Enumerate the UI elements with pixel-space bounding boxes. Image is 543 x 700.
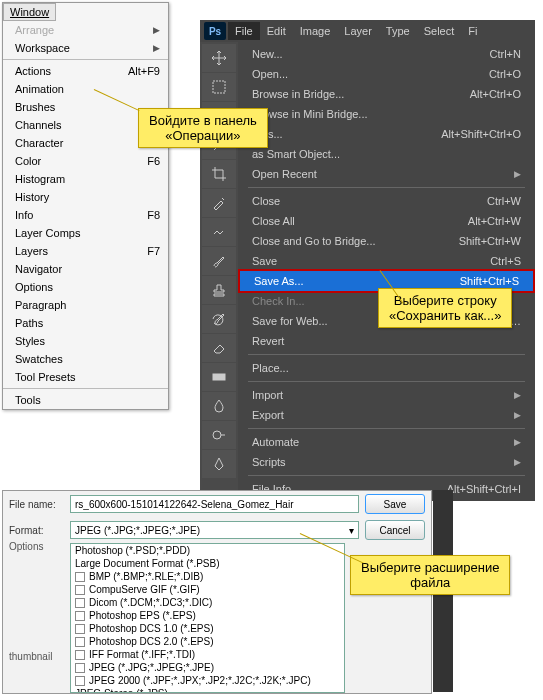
marquee-tool-icon[interactable] bbox=[202, 73, 236, 101]
file-menu-item[interactable]: Browse in Mini Bridge... bbox=[238, 104, 535, 124]
eyedropper-tool-icon[interactable] bbox=[202, 189, 236, 217]
options-label: Options bbox=[9, 541, 43, 552]
window-menu-item[interactable]: Workspace▶ bbox=[3, 39, 168, 57]
ps-menubar: Ps FileEditImageLayerTypeSelectFi bbox=[200, 20, 535, 42]
chevron-down-icon: ▾ bbox=[349, 525, 354, 536]
cancel-button[interactable]: Cancel bbox=[365, 520, 425, 540]
format-list-item[interactable]: IFF Format (*.IFF;*.TDI) bbox=[71, 648, 344, 661]
ps-menubar-item[interactable]: File bbox=[228, 22, 260, 40]
file-menu-item[interactable]: Close AllAlt+Ctrl+W bbox=[238, 211, 535, 231]
crop-tool-icon[interactable] bbox=[202, 160, 236, 188]
history-brush-tool-icon[interactable] bbox=[202, 305, 236, 333]
svg-rect-1 bbox=[213, 374, 225, 380]
heal-tool-icon[interactable] bbox=[202, 218, 236, 246]
format-list-item[interactable]: Photoshop DCS 1.0 (*.EPS) bbox=[71, 622, 344, 635]
file-menu-item[interactable]: Open...Ctrl+O bbox=[238, 64, 535, 84]
save-button[interactable]: Save bbox=[365, 494, 425, 514]
svg-rect-0 bbox=[213, 81, 225, 93]
window-menu-item[interactable]: ColorF6 bbox=[3, 152, 168, 170]
blur-tool-icon[interactable] bbox=[202, 392, 236, 420]
format-list-item[interactable]: BMP (*.BMP;*.RLE;*.DIB) bbox=[71, 570, 344, 583]
format-list-item[interactable]: Photoshop DCS 2.0 (*.EPS) bbox=[71, 635, 344, 648]
window-menu-item[interactable]: Paths bbox=[3, 314, 168, 332]
format-list-item[interactable]: JPEG Stereo (*.JPS) bbox=[71, 687, 344, 693]
dodge-tool-icon[interactable] bbox=[202, 421, 236, 449]
thumbnail-label: thumbnail bbox=[9, 651, 52, 662]
file-menu-item[interactable]: Revert bbox=[238, 331, 535, 351]
callout-saveas: Выберите строку«Сохранить как...» bbox=[378, 288, 512, 328]
callout-format: Выберите расширениефайла bbox=[350, 555, 510, 595]
format-list-item[interactable]: Photoshop (*.PSD;*.PDD) bbox=[71, 544, 344, 557]
eraser-tool-icon[interactable] bbox=[202, 334, 236, 362]
file-name-label: File name: bbox=[9, 499, 64, 510]
format-list-item[interactable]: JPEG 2000 (*.JPF;*.JPX;*.JP2;*.J2C;*.J2K… bbox=[71, 674, 344, 687]
file-menu-item[interactable]: CloseCtrl+W bbox=[238, 191, 535, 211]
stamp-tool-icon[interactable] bbox=[202, 276, 236, 304]
window-menu-item[interactable]: Animation bbox=[3, 80, 168, 98]
file-menu-dropdown: New...Ctrl+NOpen...Ctrl+OBrowse in Bridg… bbox=[238, 42, 535, 501]
callout-actions: Войдите в панель«Операции» bbox=[138, 108, 268, 148]
file-menu-item[interactable]: Export▶ bbox=[238, 405, 535, 425]
window-menu-item[interactable]: Tool Presets bbox=[3, 368, 168, 386]
ps-menubar-item[interactable]: Edit bbox=[260, 22, 293, 40]
file-menu-item[interactable]: Browse in Bridge...Alt+Ctrl+O bbox=[238, 84, 535, 104]
window-menu-item[interactable]: LayersF7 bbox=[3, 242, 168, 260]
format-list-item[interactable]: Photoshop EPS (*.EPS) bbox=[71, 609, 344, 622]
window-menu-panel: Window Arrange▶Workspace▶ActionsAlt+F9An… bbox=[2, 2, 169, 410]
window-menu-item[interactable]: Navigator bbox=[3, 260, 168, 278]
gradient-tool-icon[interactable] bbox=[202, 363, 236, 391]
window-menu-item[interactable]: Tools bbox=[3, 391, 168, 409]
format-list-item[interactable]: Large Document Format (*.PSB) bbox=[71, 557, 344, 570]
ps-menubar-item[interactable]: Type bbox=[379, 22, 417, 40]
window-menu-item[interactable]: Paragraph bbox=[3, 296, 168, 314]
file-menu-item[interactable]: as Smart Object... bbox=[238, 144, 535, 164]
file-menu-item[interactable]: SaveCtrl+S bbox=[238, 251, 535, 271]
file-menu-item[interactable]: New...Ctrl+N bbox=[238, 44, 535, 64]
format-list-item[interactable]: CompuServe GIF (*.GIF) bbox=[71, 583, 344, 596]
pen-tool-icon[interactable] bbox=[202, 450, 236, 478]
brush-tool-icon[interactable] bbox=[202, 247, 236, 275]
window-menu-item[interactable]: InfoF8 bbox=[3, 206, 168, 224]
format-label: Format: bbox=[9, 525, 64, 536]
ps-menubar-item[interactable]: Image bbox=[293, 22, 338, 40]
format-list-item[interactable]: JPEG (*.JPG;*.JPEG;*.JPE) bbox=[71, 661, 344, 674]
file-menu-item[interactable]: Automate▶ bbox=[238, 432, 535, 452]
file-menu-item[interactable]: Close and Go to Bridge...Shift+Ctrl+W bbox=[238, 231, 535, 251]
window-menu-item[interactable]: Styles bbox=[3, 332, 168, 350]
move-tool-icon[interactable] bbox=[202, 44, 236, 72]
ps-menubar-item[interactable]: Layer bbox=[337, 22, 379, 40]
file-menu-item[interactable]: Place... bbox=[238, 358, 535, 378]
ps-menubar-item[interactable]: Fi bbox=[461, 22, 484, 40]
file-menu-item[interactable]: Scripts▶ bbox=[238, 452, 535, 472]
window-menu-item: Arrange▶ bbox=[3, 21, 168, 39]
window-menu-item[interactable]: ActionsAlt+F9 bbox=[3, 62, 168, 80]
window-menu-item[interactable]: Options bbox=[3, 278, 168, 296]
window-menu-item[interactable]: Layer Comps bbox=[3, 224, 168, 242]
format-combo[interactable]: JPEG (*.JPG;*.JPEG;*.JPE) ▾ bbox=[70, 521, 359, 539]
ps-menubar-item[interactable]: Select bbox=[417, 22, 462, 40]
file-menu-item[interactable]: Import▶ bbox=[238, 385, 535, 405]
svg-point-2 bbox=[213, 431, 221, 439]
file-menu-item[interactable]: Open Recent▶ bbox=[238, 164, 535, 184]
format-dropdown-list[interactable]: Photoshop (*.PSD;*.PDD)Large Document Fo… bbox=[70, 543, 345, 693]
photoshop-window: Ps FileEditImageLayerTypeSelectFi New...… bbox=[200, 20, 535, 501]
file-name-input[interactable] bbox=[70, 495, 359, 513]
window-menu-item[interactable]: Histogram bbox=[3, 170, 168, 188]
file-menu-item[interactable]: n As...Alt+Shift+Ctrl+O bbox=[238, 124, 535, 144]
window-menu-item[interactable]: Swatches bbox=[3, 350, 168, 368]
format-list-item[interactable]: Dicom (*.DCM;*.DC3;*.DIC) bbox=[71, 596, 344, 609]
window-menu-item[interactable]: History bbox=[3, 188, 168, 206]
ps-logo-icon: Ps bbox=[204, 22, 226, 40]
window-menu-button[interactable]: Window bbox=[3, 3, 56, 21]
format-value: JPEG (*.JPG;*.JPEG;*.JPE) bbox=[75, 525, 200, 536]
